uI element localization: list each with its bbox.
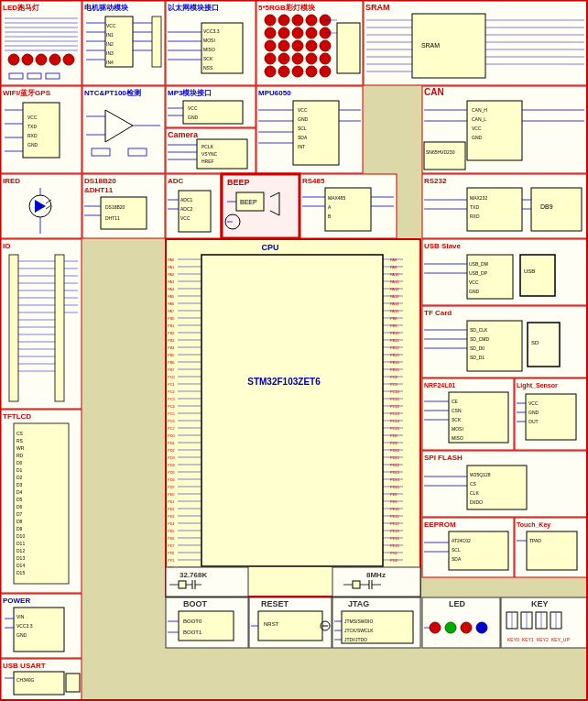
svg-rect-171 — [101, 197, 147, 229]
svg-text:VCC: VCC — [298, 107, 308, 113]
svg-text:&DHT11: &DHT11 — [84, 186, 114, 194]
svg-text:PD13: PD13 — [390, 470, 400, 475]
svg-point-11 — [8, 54, 19, 65]
svg-text:D0: D0 — [16, 460, 23, 466]
svg-text:PB7: PB7 — [168, 367, 175, 372]
svg-text:CE: CE — [452, 399, 459, 404]
svg-text:PE7: PE7 — [168, 543, 175, 548]
svg-text:DS18B20: DS18B20 — [84, 177, 116, 185]
svg-text:PB0: PB0 — [168, 316, 175, 321]
svg-text:PA12: PA12 — [390, 287, 399, 291]
svg-text:VCC: VCC — [472, 126, 482, 131]
svg-text:NSS: NSS — [203, 65, 213, 71]
svg-text:PC1: PC1 — [168, 382, 176, 387]
svg-text:GND: GND — [469, 289, 480, 294]
svg-text:D10: D10 — [16, 533, 25, 539]
svg-text:8MHz: 8MHz — [366, 571, 386, 579]
svg-text:SD_D0: SD_D0 — [470, 345, 485, 351]
svg-text:PD3: PD3 — [168, 455, 176, 460]
svg-text:PA8: PA8 — [390, 257, 397, 262]
svg-text:PC12: PC12 — [390, 404, 400, 409]
svg-text:CAN_H: CAN_H — [472, 107, 487, 113]
svg-text:VCC: VCC — [106, 23, 116, 28]
svg-text:MISO: MISO — [452, 435, 463, 441]
svg-point-70 — [320, 53, 331, 64]
svg-text:TFTLCD: TFTLCD — [3, 412, 31, 421]
svg-text:PE10: PE10 — [390, 507, 400, 511]
svg-rect-215 — [9, 255, 18, 401]
svg-text:PE9: PE9 — [390, 499, 397, 504]
svg-text:PE12: PE12 — [390, 521, 400, 526]
svg-point-57 — [278, 27, 289, 38]
svg-point-63 — [292, 40, 303, 51]
svg-point-72 — [278, 66, 289, 77]
svg-text:Touch_Key: Touch_Key — [517, 521, 550, 529]
svg-text:D4: D4 — [16, 489, 23, 495]
svg-text:D15: D15 — [16, 570, 25, 575]
svg-text:CS: CS — [16, 431, 24, 436]
svg-text:RS: RS — [16, 438, 24, 444]
svg-text:PA15: PA15 — [390, 309, 399, 313]
svg-point-73 — [292, 66, 303, 77]
svg-text:LED: LED — [449, 599, 466, 608]
svg-text:GND: GND — [188, 115, 199, 120]
schematic-board: LED跑马灯 电机驱动模块 VCC IN1 IN2 IN3 IN4 — [0, 0, 588, 701]
svg-text:PD6: PD6 — [168, 477, 176, 482]
svg-text:D7: D7 — [16, 511, 23, 517]
svg-point-548 — [430, 622, 441, 633]
svg-text:PA3: PA3 — [168, 279, 175, 284]
svg-text:CAN: CAN — [424, 87, 444, 97]
svg-text:PA9: PA9 — [390, 265, 397, 269]
svg-text:PD5: PD5 — [168, 470, 176, 475]
svg-rect-430 — [520, 255, 555, 296]
svg-text:KEY1: KEY1 — [522, 637, 534, 642]
svg-text:VCC: VCC — [188, 105, 198, 111]
svg-text:PC14: PC14 — [390, 419, 400, 423]
svg-text:PG2: PG2 — [390, 558, 398, 563]
svg-text:DI/DO: DI/DO — [470, 499, 483, 505]
svg-text:PCLK: PCLK — [201, 144, 214, 149]
svg-text:PB2: PB2 — [168, 331, 175, 335]
svg-text:NRF24L01: NRF24L01 — [424, 382, 455, 389]
svg-rect-158 — [424, 142, 465, 170]
svg-text:VIN: VIN — [16, 614, 25, 619]
svg-text:CPU: CPU — [261, 243, 278, 252]
svg-text:PC10: PC10 — [390, 389, 400, 394]
svg-text:GND: GND — [16, 632, 27, 638]
svg-text:PC3: PC3 — [168, 397, 176, 401]
svg-text:RXD: RXD — [470, 214, 480, 219]
svg-text:USB_DP: USB_DP — [469, 270, 488, 276]
svg-text:Camera: Camera — [168, 130, 199, 139]
svg-text:DS18B20: DS18B20 — [105, 204, 125, 210]
svg-text:PE5: PE5 — [168, 529, 175, 533]
svg-rect-36 — [152, 16, 161, 67]
svg-text:SCL: SCL — [452, 547, 461, 553]
svg-text:EEPROM: EEPROM — [424, 520, 456, 529]
svg-rect-519 — [14, 672, 64, 695]
svg-text:PC7: PC7 — [168, 426, 176, 431]
svg-text:CSN: CSN — [452, 408, 462, 413]
svg-text:USB_DM: USB_DM — [469, 261, 488, 267]
svg-text:SCK: SCK — [452, 417, 462, 422]
svg-point-51 — [265, 15, 276, 26]
svg-text:NRST: NRST — [264, 621, 279, 627]
svg-text:PC15: PC15 — [390, 426, 400, 431]
svg-text:W25Q128: W25Q128 — [470, 472, 491, 477]
svg-point-75 — [320, 66, 331, 77]
svg-point-71 — [265, 66, 276, 77]
svg-point-550 — [461, 622, 472, 633]
svg-text:PB1: PB1 — [168, 323, 175, 328]
svg-text:KEY2: KEY2 — [537, 637, 549, 642]
svg-text:GND: GND — [298, 116, 309, 122]
svg-text:BOOT1: BOOT1 — [183, 630, 202, 635]
svg-text:TXD: TXD — [470, 204, 479, 210]
svg-text:VSYNC: VSYNC — [201, 151, 218, 157]
svg-text:POWER: POWER — [3, 597, 30, 605]
svg-rect-522 — [66, 674, 80, 692]
svg-rect-1 — [1, 1, 82, 85]
svg-text:PA4: PA4 — [168, 287, 175, 291]
svg-text:D8: D8 — [16, 519, 23, 524]
svg-text:5*5RGB彩灯模块: 5*5RGB彩灯模块 — [258, 4, 316, 12]
svg-text:PD14: PD14 — [390, 477, 400, 482]
svg-point-66 — [265, 53, 276, 64]
